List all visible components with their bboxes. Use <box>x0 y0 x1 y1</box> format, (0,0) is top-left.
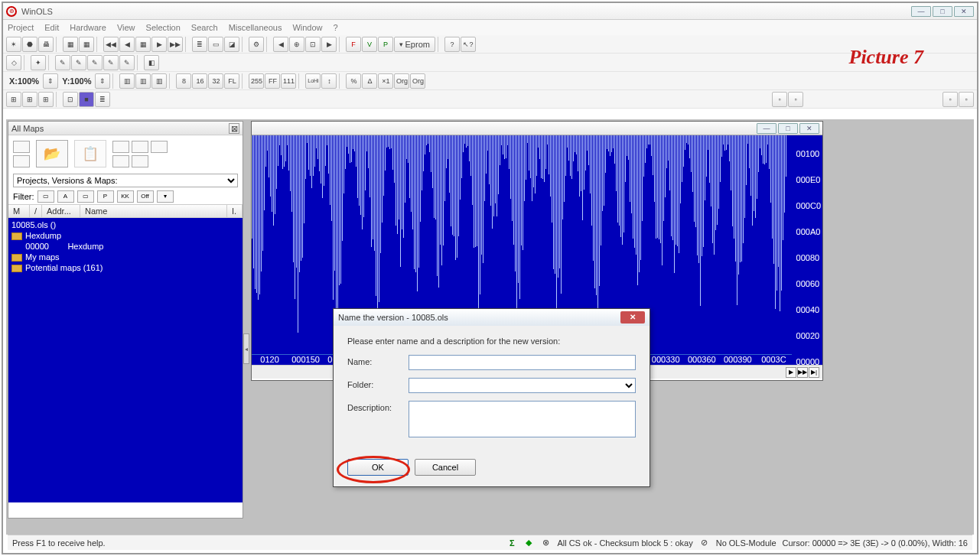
prev-icon[interactable]: ◀ <box>119 37 135 52</box>
filter-dropdown[interactable]: ▾ <box>157 190 174 203</box>
cancel-button[interactable]: Cancel <box>415 459 476 476</box>
close-button[interactable]: ✕ <box>954 6 974 17</box>
panel-close-icon[interactable]: ⊠ <box>229 123 239 134</box>
tool-icon[interactable]: ⚙ <box>249 37 264 52</box>
v255-icon[interactable]: 255 <box>249 73 264 89</box>
tree-hexentry[interactable]: 00000 Hexdump <box>11 241 239 252</box>
filter-off-btn[interactable]: Off <box>137 190 154 203</box>
tree-potential[interactable]: Potential maps (161) <box>11 262 239 273</box>
tool-icon[interactable]: ◪ <box>224 37 239 52</box>
tool-icon[interactable]: ✎ <box>119 55 135 70</box>
grid-icon[interactable]: ▦ <box>135 37 151 52</box>
tool-icon[interactable]: ▫ <box>943 92 958 107</box>
tool-icon[interactable]: ✎ <box>87 55 103 70</box>
menu-hardware[interactable]: Hardware <box>70 23 106 32</box>
tool-icon[interactable]: ▥ <box>135 73 151 89</box>
col-i[interactable]: I. <box>227 205 243 217</box>
filter-btn[interactable]: ▭ <box>77 190 94 203</box>
delta-icon[interactable]: Δ <box>362 73 377 89</box>
tool-icon[interactable] <box>132 141 148 153</box>
ffwd-icon[interactable]: ▶▶ <box>168 37 183 52</box>
tool-icon[interactable]: ▫ <box>772 92 787 107</box>
tool-icon[interactable]: ✎ <box>103 55 119 70</box>
whatsthis-icon[interactable]: ↖? <box>461 37 476 52</box>
eprom-dropdown[interactable]: ▾ Eprom <box>394 37 435 52</box>
desc-textarea[interactable] <box>409 401 636 437</box>
tree-hexdump[interactable]: Hexdump <box>11 230 239 241</box>
tool-icon[interactable]: ▦ <box>79 37 94 52</box>
tool-icon[interactable]: ◇ <box>6 55 21 70</box>
tool-icon[interactable]: ⊡ <box>63 92 78 107</box>
col-addr[interactable]: Addr... <box>42 205 80 217</box>
ok-button[interactable]: OK <box>347 459 409 476</box>
folder-select[interactable] <box>409 378 636 393</box>
menu-search[interactable]: Search <box>191 23 218 32</box>
tool-icon[interactable] <box>132 155 148 167</box>
menu-window[interactable]: Window <box>292 23 322 32</box>
menu-project[interactable]: Project <box>8 23 34 32</box>
tool-icon[interactable]: ≣ <box>95 92 110 107</box>
rewind-icon[interactable]: ◀◀ <box>103 37 119 52</box>
menu-edit[interactable]: Edit <box>44 23 59 32</box>
tool-icon[interactable]: ▥ <box>119 73 135 89</box>
filter-btn[interactable]: KK <box>117 190 134 203</box>
tree-file[interactable]: 10085.ols () <box>11 219 239 230</box>
help-icon[interactable]: ? <box>444 37 460 52</box>
arrow-right-icon[interactable]: ▶ <box>321 37 337 52</box>
menu-view[interactable]: View <box>117 23 135 32</box>
percent-icon[interactable]: % <box>346 73 361 89</box>
nav-ffwd-icon[interactable]: ▶▶ <box>797 367 808 378</box>
ff-icon[interactable]: FF <box>265 73 280 89</box>
menu-misc[interactable]: Miscellaneous <box>229 23 282 32</box>
sigma-icon[interactable]: Σ <box>506 538 517 548</box>
float-icon[interactable]: FL <box>224 73 239 89</box>
tree-mymaps[interactable]: My maps <box>11 252 239 262</box>
doc-icon[interactable] <box>13 141 30 153</box>
tool-icon[interactable]: ✎ <box>55 55 70 70</box>
tool-icon[interactable]: ↕ <box>321 73 337 89</box>
tool-icon[interactable]: ⬣ <box>22 37 37 52</box>
arrow-left-icon[interactable]: ◀ <box>273 37 288 52</box>
print-icon[interactable]: 🖶 <box>38 37 54 52</box>
dialog-close-button[interactable]: ✕ <box>620 311 645 324</box>
tool-button[interactable]: 📋 <box>74 140 106 167</box>
tool-icon[interactable] <box>112 141 129 153</box>
filter-btn[interactable]: A <box>57 190 74 203</box>
child-maximize-button[interactable]: □ <box>778 123 798 134</box>
next-icon[interactable]: ▶ <box>151 37 167 52</box>
tool-icon[interactable]: ✎ <box>71 55 86 70</box>
col-slash[interactable]: / <box>30 205 42 217</box>
tool-icon[interactable]: ◧ <box>144 55 159 70</box>
tool-icon[interactable] <box>112 155 129 167</box>
tool-icon[interactable]: ■ <box>79 92 94 107</box>
menu-selection[interactable]: Selection <box>146 23 181 32</box>
child-close-button[interactable]: ✕ <box>799 123 819 134</box>
bits16-icon[interactable]: 16 <box>192 73 207 89</box>
org-icon[interactable]: Org <box>394 73 409 89</box>
f-icon[interactable]: F <box>346 37 361 52</box>
tool-icon[interactable]: ▭ <box>208 37 223 52</box>
bits32-icon[interactable]: 32 <box>208 73 223 89</box>
tool-icon[interactable] <box>151 141 168 153</box>
tool-icon[interactable]: ▥ <box>151 73 167 89</box>
maps-tree[interactable]: 10085.ols () Hexdump 00000 Hexdump My ma… <box>8 218 243 502</box>
open-folder-button[interactable]: 📂 <box>36 140 68 167</box>
tool-icon[interactable]: ⊡ <box>305 37 321 52</box>
col-name[interactable]: Name <box>80 205 227 217</box>
tool-icon[interactable]: ▫ <box>959 92 974 107</box>
menu-help[interactable]: ? <box>334 23 338 32</box>
org2-icon[interactable]: Org <box>410 73 425 89</box>
maximize-button[interactable]: □ <box>933 6 952 17</box>
tool-icon[interactable]: ✦ <box>31 55 46 70</box>
name-input[interactable] <box>409 355 636 370</box>
y-zoom-stepper[interactable]: ⇕ <box>95 73 110 89</box>
tool-icon[interactable]: ⊞ <box>22 92 37 107</box>
x-zoom-stepper[interactable]: ⇕ <box>43 73 58 89</box>
list-icon[interactable]: ≣ <box>192 37 207 52</box>
save-icon[interactable] <box>13 155 30 167</box>
tool-icon[interactable]: ⊞ <box>38 92 54 107</box>
nav-end-icon[interactable]: ▶| <box>809 367 819 378</box>
col-m[interactable]: M <box>8 205 30 217</box>
p-icon[interactable]: P <box>378 37 393 52</box>
tool-icon[interactable]: ▫ <box>788 92 803 107</box>
